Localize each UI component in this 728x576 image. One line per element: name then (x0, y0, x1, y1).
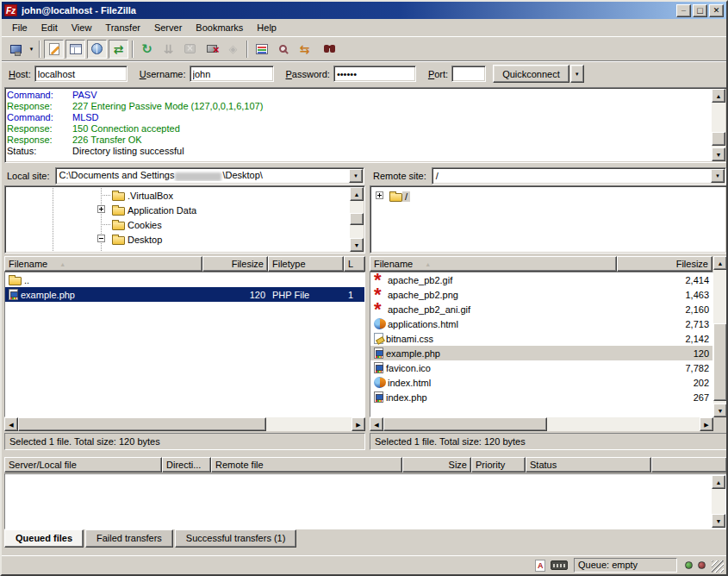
remote-vscroll-thumb[interactable] (713, 323, 727, 401)
menu-item-file[interactable]: File (5, 20, 34, 35)
expand-icon[interactable] (376, 191, 383, 199)
scroll-left-icon[interactable]: ◀ (370, 417, 383, 431)
local-hscrollbar[interactable]: ◀ ▶ (4, 417, 365, 431)
menu-item-view[interactable]: View (65, 20, 99, 35)
file-row[interactable]: apache_pb2_ani.gif2,160 (370, 302, 712, 316)
column-header-filename[interactable]: Filename▲ (370, 256, 617, 272)
quickconnect-button[interactable]: Quickconnect (493, 65, 569, 83)
file-name-cell: apache_pb2.png (370, 287, 617, 302)
tab-failed-transfers[interactable]: Failed transfers (85, 529, 173, 548)
file-row[interactable]: index.php267 (370, 390, 712, 404)
log-scrollbar[interactable]: ▲ ▼ (712, 89, 725, 161)
file-row[interactable]: .. (5, 272, 364, 287)
toggle-local-tree-button[interactable] (65, 40, 85, 59)
column-header-l[interactable]: L (344, 256, 365, 272)
queue-column-directi[interactable]: Directi... (162, 457, 211, 473)
local-site-combo[interactable]: C:\Documents and Settings\Desktop\ ▼ (55, 167, 364, 185)
find-files-button[interactable] (316, 40, 336, 59)
quickconnect-dropdown[interactable]: ▼ (570, 65, 584, 83)
disconnect-button[interactable] (202, 40, 221, 59)
queue-column-size[interactable]: Size (402, 457, 471, 473)
queue-column-priority[interactable]: Priority (471, 457, 526, 473)
synchronized-browsing-button[interactable] (295, 40, 314, 59)
file-row[interactable]: example.php120 (370, 346, 712, 360)
remote-vscrollbar[interactable]: ▲ ▼ (713, 256, 727, 417)
password-input[interactable] (333, 66, 416, 82)
queue-column-remotefile[interactable]: Remote file (211, 457, 402, 473)
directory-comparison-button[interactable] (273, 40, 293, 59)
remote-site-combo[interactable]: / ▼ (432, 167, 726, 185)
tab-queued-files[interactable]: Queued files (4, 529, 84, 548)
column-header-filesize[interactable]: Filesize (202, 256, 268, 272)
local-site-dropdown-icon[interactable]: ▼ (349, 169, 363, 183)
scroll-up-icon[interactable]: ▲ (350, 187, 364, 201)
reconnect-button[interactable] (223, 40, 243, 59)
scroll-down-icon[interactable]: ▼ (350, 238, 364, 252)
resize-grip[interactable] (712, 560, 724, 573)
maximize-button[interactable] (693, 4, 707, 17)
indicator-badge-icon[interactable] (551, 560, 568, 570)
site-manager-button[interactable] (6, 40, 26, 59)
toggle-message-log-button[interactable] (44, 40, 64, 59)
cancel-button[interactable] (180, 40, 200, 59)
remote-site-dropdown-icon[interactable]: ▼ (711, 169, 725, 183)
local-tree-item[interactable]: Application Data (5, 203, 349, 217)
scroll-right-icon[interactable]: ▶ (700, 417, 713, 431)
menu-item-edit[interactable]: Edit (34, 20, 65, 35)
username-input[interactable] (190, 66, 274, 82)
local-tree-items: .VirtualBoxApplication DataCookiesDeskto… (5, 188, 349, 247)
local-tree-item[interactable]: Cookies (5, 217, 349, 232)
css-icon (374, 333, 383, 344)
queue-column-status[interactable]: Status (526, 457, 651, 473)
tab-successful-transfers-[interactable]: Successful transfers (1) (175, 529, 297, 548)
column-header-filesize[interactable]: Filesize (617, 256, 712, 272)
menu-item-bookmarks[interactable]: Bookmarks (189, 20, 250, 35)
file-row[interactable]: apache_pb2.png1,463 (370, 287, 712, 302)
image-icon (374, 304, 385, 315)
process-queue-button[interactable] (159, 40, 178, 59)
scroll-up-icon[interactable]: ▲ (712, 89, 725, 103)
menu-item-help[interactable]: Help (250, 20, 283, 35)
local-tree-item[interactable]: .VirtualBox (5, 188, 349, 203)
scroll-down-icon[interactable]: ▼ (712, 147, 725, 161)
file-row[interactable]: applications.html2,713 (370, 316, 712, 331)
refresh-button[interactable] (137, 40, 157, 59)
file-row[interactable]: favicon.ico7,782 (370, 360, 712, 375)
site-manager-dropdown-icon[interactable]: ▼ (27, 40, 36, 59)
filter-button[interactable] (252, 40, 271, 59)
scroll-right-icon[interactable]: ▶ (352, 417, 365, 431)
ascii-datatype-icon[interactable] (535, 560, 545, 572)
local-tree-scroll-thumb[interactable] (350, 213, 364, 225)
close-button[interactable] (709, 4, 724, 17)
scroll-down-icon[interactable]: ▼ (712, 514, 725, 528)
scroll-left-icon[interactable]: ◀ (4, 417, 18, 431)
queue-column-serverlocalfile[interactable]: Server/Local file (4, 457, 162, 473)
toggle-remote-tree-button[interactable] (87, 40, 107, 59)
column-header-filename[interactable]: Filename▲ (4, 256, 202, 272)
scroll-up-icon[interactable]: ▲ (712, 475, 725, 489)
local-tree-scrollbar[interactable]: ▲ ▼ (350, 187, 364, 252)
file-row[interactable]: example.php120PHP File1 (5, 287, 364, 302)
queue-scrollbar[interactable]: ▲ ▼ (712, 475, 725, 528)
remote-hscrollbar[interactable]: ◀ ▶ (370, 417, 713, 431)
remote-hscroll-thumb[interactable] (383, 417, 547, 431)
local-tree-item[interactable]: Desktop (5, 232, 349, 247)
column-header-filetype[interactable]: Filetype (268, 256, 344, 272)
minimize-button[interactable] (676, 4, 691, 17)
expand-icon[interactable] (97, 205, 105, 213)
menu-item-transfer[interactable]: Transfer (98, 20, 147, 35)
title-bar[interactable]: Fz john@localhost - FileZilla (2, 2, 726, 19)
log-scroll-thumb[interactable] (712, 132, 725, 146)
port-input[interactable] (451, 66, 486, 82)
collapse-icon[interactable] (97, 235, 105, 242)
file-row[interactable]: apache_pb2.gif2,414 (370, 272, 712, 287)
file-row[interactable]: index.html202 (370, 375, 712, 390)
scroll-down-icon[interactable]: ▼ (713, 404, 727, 417)
scroll-up-icon[interactable]: ▲ (713, 256, 727, 270)
local-hscroll-thumb[interactable] (18, 417, 266, 431)
menu-item-server[interactable]: Server (147, 20, 189, 35)
file-row[interactable]: bitnami.css2,142 (370, 331, 712, 346)
remote-tree-item[interactable]: / (370, 189, 725, 203)
host-input[interactable] (34, 66, 128, 82)
toggle-transfer-queue-button[interactable] (109, 40, 128, 59)
